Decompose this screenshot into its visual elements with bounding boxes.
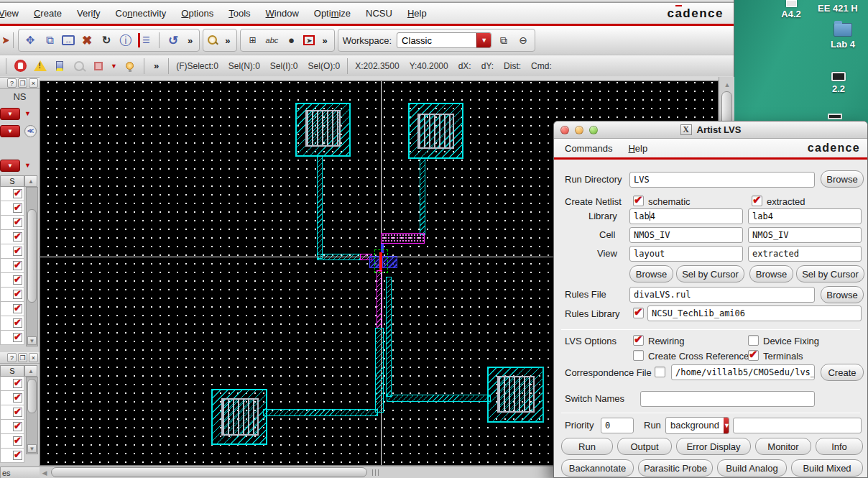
filter-dropdown-button[interactable]: ▼ [0, 160, 20, 172]
ruler-icon[interactable] [52, 59, 66, 73]
dialog-menu-item[interactable]: Commands [565, 143, 612, 154]
layer-visible-checkbox[interactable] [13, 189, 22, 198]
schematic-checkbox[interactable] [633, 196, 644, 206]
layer-visible-checkbox[interactable] [13, 393, 22, 403]
undo-icon[interactable]: ↺ [166, 33, 180, 47]
layer-row[interactable] [0, 244, 24, 259]
scroll-up-icon[interactable]: ▲ [24, 365, 37, 377]
layer-row[interactable] [0, 216, 24, 230]
metal-path[interactable] [386, 277, 392, 397]
priority-input[interactable]: 0 [601, 418, 634, 433]
layer-visible-checkbox[interactable] [13, 304, 22, 313]
view-input-extracted[interactable]: extracted [748, 246, 862, 262]
error-display-button[interactable]: Error Display [676, 438, 751, 455]
rules-file-input[interactable]: divaLVS.rul [629, 287, 815, 303]
purpose-dropdown-button[interactable]: ▼ [0, 125, 20, 137]
layer-scrollbar[interactable]: ▼ [26, 377, 38, 454]
browse-schematic-button[interactable]: Browse [629, 265, 673, 282]
correspondence-create-button[interactable]: Create [821, 364, 864, 381]
library-input-extracted[interactable]: lab4 [748, 208, 862, 224]
layer-row[interactable] [0, 449, 24, 463]
warning-icon[interactable] [33, 59, 47, 73]
layer-row[interactable] [0, 434, 24, 449]
overflow-chevron[interactable]: » [185, 35, 195, 46]
swatch-picker-icon[interactable] [91, 59, 105, 73]
run-mode-dropdown[interactable]: background ▼ [665, 417, 729, 434]
chevron-down-icon[interactable]: ▼ [24, 162, 31, 169]
help-button[interactable]: ? [7, 353, 17, 362]
menu-item[interactable]: Connectivity [116, 8, 167, 19]
menu-item[interactable]: Options [181, 8, 213, 19]
resize-grip[interactable] [372, 469, 381, 476]
float-button[interactable]: ❐ [18, 78, 27, 88]
run-mode-extra-input[interactable] [733, 418, 862, 433]
switch-names-input[interactable] [640, 391, 815, 407]
metal-path[interactable] [387, 395, 491, 402]
desktop-icon-22[interactable]: 2.2 [821, 72, 857, 94]
build-analog-button[interactable]: Build Analog [717, 459, 787, 477]
layer-row[interactable] [0, 391, 24, 405]
run-button[interactable]: Run [561, 438, 613, 455]
sel-by-cursor-extracted-button[interactable]: Sel by Cursor [796, 265, 864, 282]
menu-item[interactable]: Tools [228, 8, 250, 19]
partial-icon[interactable]: ➤ [3, 33, 9, 47]
move-icon[interactable]: ✥ [23, 33, 37, 47]
layer-visible-checkbox[interactable] [13, 275, 22, 285]
terminals-checkbox[interactable] [748, 350, 759, 361]
menu-item[interactable]: Help [407, 8, 427, 19]
collapse-icon[interactable]: ≪ [24, 125, 37, 137]
output-button[interactable]: Output [617, 438, 672, 455]
layer-row[interactable] [0, 377, 24, 391]
layer-row[interactable] [0, 230, 24, 244]
poly-plate[interactable] [381, 233, 425, 244]
layer-scrollbar[interactable]: ▼ [26, 187, 38, 346]
device-fixing-checkbox[interactable] [748, 335, 759, 346]
stretch-icon[interactable]: ↔ [62, 35, 75, 45]
sel-by-cursor-schematic-button[interactable]: Sel by Cursor [676, 265, 744, 282]
revert-workspace-icon[interactable]: ⊖ [516, 33, 530, 47]
menu-item[interactable]: Verify [77, 8, 101, 19]
run-directory-input[interactable]: LVS [629, 172, 815, 188]
stop-icon[interactable] [14, 59, 27, 73]
menu-item[interactable]: View [0, 8, 19, 19]
workspace-dropdown[interactable]: Classic ▼ [397, 32, 491, 48]
float-button[interactable]: ❐ [18, 353, 27, 362]
chevron-down-icon[interactable]: ▼ [724, 418, 729, 433]
layer-row[interactable] [0, 187, 24, 201]
rotate-icon[interactable]: ↻ [99, 33, 114, 47]
delete-icon[interactable]: ✖ [80, 33, 94, 47]
layer-visible-checkbox[interactable] [13, 422, 22, 431]
scrollbar-thumb[interactable] [51, 467, 367, 477]
close-icon[interactable]: × [29, 353, 38, 362]
layer-visible-checkbox[interactable] [13, 261, 22, 270]
layer-row[interactable] [0, 273, 24, 288]
menu-item[interactable]: NCSU [366, 8, 392, 19]
layer-row[interactable] [0, 302, 24, 316]
layer-row[interactable] [0, 316, 24, 331]
create-pin-icon[interactable]: ⏺ [284, 33, 298, 47]
desktop-icon-a42[interactable]: A4.2 [773, 0, 809, 19]
layer-visible-checkbox[interactable] [13, 232, 22, 242]
backannotate-button[interactable]: Backannotate [561, 459, 634, 477]
scroll-up-icon[interactable]: ▲ [721, 80, 733, 90]
rules-file-browse-button[interactable]: Browse [821, 286, 864, 303]
correspondence-file-checkbox[interactable] [655, 367, 665, 377]
select-mode-icon[interactable]: ➤ [303, 35, 315, 45]
close-icon[interactable]: × [29, 78, 38, 88]
rewiring-checkbox[interactable] [633, 335, 644, 346]
dialog-menu-item[interactable]: Help [628, 143, 647, 154]
zoom-window-icon[interactable] [589, 126, 598, 134]
desktop-icon-lab4[interactable]: Lab 4 [825, 23, 861, 50]
help-button[interactable]: ? [7, 78, 17, 88]
scroll-left-icon[interactable]: ◀ [40, 467, 50, 478]
extracted-checkbox[interactable] [752, 196, 762, 206]
minimize-icon[interactable] [575, 126, 583, 134]
metal-path[interactable] [317, 156, 323, 259]
layer-visible-checkbox[interactable] [13, 290, 22, 299]
metal-path[interactable] [263, 409, 378, 416]
layer-visible-checkbox[interactable] [13, 408, 22, 417]
overflow-chevron[interactable]: » [152, 60, 161, 71]
poly-path[interactable] [377, 270, 382, 328]
build-mixed-button[interactable]: Build Mixed [791, 459, 863, 477]
cell-input-extracted[interactable]: NMOS_IV [748, 227, 862, 243]
